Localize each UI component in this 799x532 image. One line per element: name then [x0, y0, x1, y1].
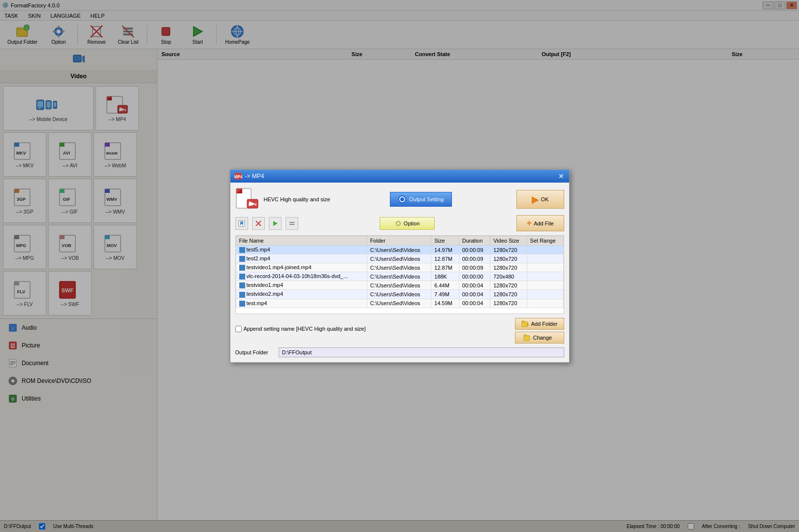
cell-video-size: 1280x720 — [490, 299, 527, 308]
cell-set-range — [527, 272, 563, 281]
cell-duration: 00:00:00 — [459, 272, 490, 281]
change-btn[interactable]: Change — [515, 332, 564, 344]
cell-duration: 00:00:09 — [459, 254, 490, 263]
cell-video-size: 1280x720 — [490, 246, 527, 254]
output-folder-input[interactable] — [279, 347, 564, 357]
cell-filename: testvideo1.mp4-joined.mp4 — [236, 263, 367, 272]
mp4-dialog: MP4 -> MP4 ✕ MP4 H — [230, 169, 570, 363]
cell-duration: 00:00:09 — [459, 246, 490, 254]
settings-btn[interactable] — [286, 217, 298, 230]
remove-item-btn[interactable] — [252, 217, 265, 230]
dialog-title-bar: MP4 -> MP4 ✕ — [230, 170, 569, 183]
cell-size: 6.44M — [431, 281, 459, 290]
dialog-overlay: MP4 -> MP4 ✕ MP4 H — [0, 0, 799, 532]
cell-set-range — [527, 281, 563, 290]
change-icon — [523, 334, 531, 341]
table-row[interactable]: test.mp4 C:\Users\Sed\Videos 14.59M 00:0… — [236, 299, 563, 308]
cell-duration: 00:00:04 — [459, 290, 490, 299]
add-folder-icon: + — [521, 320, 529, 327]
cell-video-size: 720x480 — [490, 272, 527, 281]
cell-folder: C:\Users\Sed\Videos — [367, 290, 431, 299]
cell-set-range — [527, 263, 563, 272]
add-item-btn[interactable] — [235, 217, 248, 230]
file-table: File Name Folder Size Duration Video Siz… — [236, 236, 564, 308]
table-row[interactable]: testvideo2.mp4 C:\Users\Sed\Videos 7.49M… — [236, 290, 563, 299]
svg-point-98 — [397, 222, 399, 224]
table-row[interactable]: vlc-record-2014-04-03-10h18m36s-dvd_... … — [236, 272, 563, 281]
cell-folder: C:\Users\Sed\Videos — [367, 246, 431, 254]
dialog-bottom: Append setting name [HEVC High quality a… — [235, 318, 564, 357]
cell-size: 188K — [431, 272, 459, 281]
cell-video-size: 1280x720 — [490, 281, 527, 290]
cell-video-size: 1280x720 — [490, 254, 527, 263]
cell-folder: C:\Users\Sed\Videos — [367, 263, 431, 272]
play-preview-btn[interactable] — [269, 217, 282, 230]
output-folder-row: Output Folder — [235, 347, 564, 357]
cell-video-size: 1280x720 — [490, 263, 527, 272]
cell-set-range — [527, 246, 563, 254]
add-folder-btn[interactable]: + Add Folder — [515, 318, 564, 330]
cell-filename: testvideo2.mp4 — [236, 290, 367, 299]
cell-filename: test.mp4 — [236, 299, 367, 308]
col-duration: Duration — [459, 236, 490, 246]
svg-rect-95 — [289, 222, 294, 223]
cell-size: 7.49M — [431, 290, 459, 299]
cell-filename: test2.mp4 — [236, 254, 367, 263]
table-row[interactable]: testvideo1.mp4 C:\Users\Sed\Videos 6.44M… — [236, 281, 563, 290]
output-setting-radio — [398, 195, 406, 203]
svg-rect-103 — [524, 335, 526, 336]
dialog-format-icon: MP4 — [235, 188, 259, 211]
append-checkbox[interactable] — [235, 326, 242, 332]
cell-set-range — [527, 290, 563, 299]
cell-folder: C:\Users\Sed\Videos — [367, 299, 431, 308]
col-folder: Folder — [367, 236, 431, 246]
table-row[interactable]: test2.mp4 C:\Users\Sed\Videos 12.87M 00:… — [236, 254, 563, 263]
cell-set-range — [527, 299, 563, 308]
cell-duration: 00:00:04 — [459, 299, 490, 308]
col-filename: File Name — [236, 236, 367, 246]
cell-filename: testvideo1.mp4 — [236, 281, 367, 290]
svg-text:MP4: MP4 — [234, 174, 242, 179]
cell-folder: C:\Users\Sed\Videos — [367, 281, 431, 290]
cell-size: 12.87M — [431, 263, 459, 272]
dialog-body: MP4 HEVC High quality and size Output Se… — [230, 183, 569, 362]
file-table-container: File Name Folder Size Duration Video Siz… — [235, 235, 564, 314]
cell-size: 12.87M — [431, 254, 459, 263]
append-label: Append setting name [HEVC High quality a… — [244, 326, 366, 332]
svg-marker-94 — [273, 221, 278, 226]
append-check-row: Append setting name [HEVC High quality a… — [235, 326, 366, 332]
output-folder-label: Output Folder — [235, 349, 275, 355]
add-file-plus-icon: + — [527, 218, 532, 228]
dialog-bottom-btns: + Add Folder Change — [515, 318, 564, 344]
svg-rect-96 — [289, 224, 294, 225]
col-video-size: Video Size — [490, 236, 527, 246]
dialog-title-text: -> MP4 — [245, 173, 264, 180]
cell-filename: vlc-record-2014-04-03-10h18m36s-dvd_... — [236, 272, 367, 281]
svg-rect-100 — [522, 321, 524, 322]
svg-text:+: + — [526, 322, 529, 327]
col-size: Size — [431, 236, 459, 246]
cell-duration: 00:00:04 — [459, 281, 490, 290]
cell-set-range — [527, 254, 563, 263]
output-setting-btn[interactable]: Output Setting — [390, 192, 452, 207]
dialog-second-row: Option + Add File — [235, 215, 564, 231]
option-dialog-btn[interactable]: Option — [380, 217, 435, 230]
cell-size: 14.59M — [431, 299, 459, 308]
cell-filename: test5.mp4 — [236, 246, 367, 254]
table-row[interactable]: testvideo1.mp4-joined.mp4 C:\Users\Sed\V… — [236, 263, 563, 272]
cell-size: 14.97M — [431, 246, 459, 254]
cell-video-size: 1280x720 — [490, 290, 527, 299]
ok-arrow-icon: ▶ — [532, 193, 539, 205]
table-row[interactable]: test5.mp4 C:\Users\Sed\Videos 14.97M 00:… — [236, 246, 563, 254]
add-file-btn[interactable]: + Add File — [516, 215, 564, 231]
cell-duration: 00:00:09 — [459, 263, 490, 272]
ok-btn[interactable]: ▶ OK — [516, 190, 564, 209]
dialog-close-btn[interactable]: ✕ — [557, 172, 565, 180]
cell-folder: C:\Users\Sed\Videos — [367, 272, 431, 281]
option-gear-icon — [395, 220, 402, 227]
dialog-format-name: HEVC High quality and size — [264, 196, 385, 202]
col-set-range: Set Range — [527, 236, 563, 246]
cell-folder: C:\Users\Sed\Videos — [367, 254, 431, 263]
